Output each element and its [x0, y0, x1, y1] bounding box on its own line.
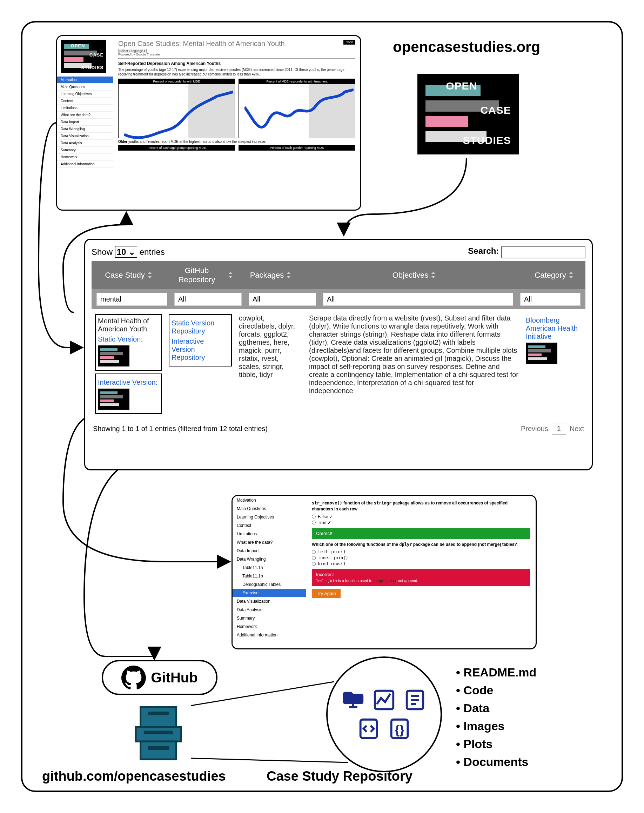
- svg-rect-0: [141, 707, 176, 727]
- filter-row: [92, 289, 586, 309]
- quiz-nav-item[interactable]: Additional Information: [233, 631, 306, 639]
- preview-nav-item[interactable]: Learning Objectives: [57, 91, 113, 98]
- quiz-nav-item[interactable]: Data Import: [233, 546, 306, 555]
- repo-label: Case Study Repository: [266, 769, 413, 784]
- quiz-nav-item[interactable]: Table11.1a: [233, 563, 306, 572]
- repo-item: Code: [456, 681, 536, 699]
- repo-item: Images: [456, 717, 536, 735]
- quiz-sidebar: MotivationMain QuestionsLearning Objecti…: [233, 496, 306, 648]
- chart-file-icon: [372, 688, 396, 712]
- svg-rect-3: [144, 731, 173, 734]
- incorrect-banner: Incorrect left_join is a function used t…: [312, 569, 530, 586]
- entries-control: Show 10 ⌄ entries: [92, 247, 165, 257]
- quiz-option[interactable]: inner_join(): [312, 555, 530, 560]
- repo-item: README.md: [456, 663, 536, 681]
- preview-nav-item[interactable]: Homework: [57, 154, 113, 161]
- quiz-option[interactable]: True ✗: [312, 520, 530, 525]
- quiz-option[interactable]: bind_rows(): [312, 561, 530, 566]
- col-objectives[interactable]: Objectives: [306, 261, 522, 289]
- github-icon: [121, 665, 146, 690]
- filter-category[interactable]: [520, 293, 581, 306]
- quiz-nav-item[interactable]: Context: [233, 521, 306, 530]
- file-cabinet-icon: [130, 702, 190, 762]
- quiz-nav-item[interactable]: Data Visualization: [233, 597, 306, 606]
- case-study-table-panel: Show 10 ⌄ entries Search: Case Study Git…: [84, 239, 593, 470]
- preview-nav-item[interactable]: Motivation: [57, 77, 113, 84]
- preview-nav-item[interactable]: Data Visualization: [57, 133, 113, 140]
- preview-nav-item[interactable]: Summary: [57, 147, 113, 154]
- quiz-option[interactable]: False ✓: [312, 514, 530, 519]
- col-packages[interactable]: Packages: [236, 261, 306, 289]
- repo-item: Plots: [456, 735, 536, 753]
- repo-contents-list: README.mdCodeDataImagesPlotsDocuments: [456, 663, 536, 771]
- quiz-nav-item[interactable]: What are the data?: [233, 538, 306, 546]
- page-title: Open Case Studies: Mental Health of Amer…: [118, 40, 355, 48]
- prev-button[interactable]: Previous: [521, 425, 548, 433]
- github-badge: GitHub: [102, 660, 217, 695]
- page-number[interactable]: 1: [552, 423, 566, 434]
- quiz-question-1: str_remove() function of the stringr pac…: [312, 500, 530, 512]
- braces-file-icon: {}: [387, 716, 412, 741]
- search-input[interactable]: [501, 247, 586, 258]
- packages-cell: cowplot, directlabels, dplyr, forcats, g…: [236, 311, 306, 419]
- ocs-logo-thumb[interactable]: [98, 345, 129, 367]
- radio-icon: [312, 521, 316, 525]
- interactive-repo-link[interactable]: Interactive Version Repository: [171, 337, 229, 362]
- quiz-question-2: Which one of the following functions of …: [312, 541, 530, 548]
- preview-nav-item[interactable]: Context: [57, 98, 113, 104]
- preview-nav-item[interactable]: What are the data?: [57, 112, 113, 119]
- entries-select[interactable]: 10 ⌄: [115, 246, 137, 258]
- quiz-nav-item[interactable]: Demographic Tables: [233, 580, 306, 589]
- code-file-icon: [356, 716, 381, 741]
- quiz-nav-item[interactable]: Data Wrangling: [233, 555, 306, 563]
- section-heading: Self-Reported Depression Among American …: [118, 61, 355, 66]
- quiz-nav-item[interactable]: Exercise: [233, 589, 306, 597]
- filter-packages[interactable]: [249, 293, 316, 306]
- quiz-nav-item[interactable]: Data Analysis: [233, 606, 306, 614]
- col-case-study[interactable]: Case Study: [92, 261, 165, 289]
- radio-icon: [312, 562, 316, 566]
- radio-icon: [312, 515, 316, 518]
- interactive-version-cell: Interactive Version:: [95, 373, 162, 414]
- quiz-nav-item[interactable]: Homework: [233, 623, 306, 631]
- table-header: Case Study GitHub Repository Packages Ob…: [92, 261, 586, 289]
- quiz-nav-item[interactable]: Table11.1b: [233, 572, 306, 580]
- next-button[interactable]: Next: [570, 425, 584, 433]
- quiz-option[interactable]: left_join(): [312, 549, 530, 554]
- filter-github[interactable]: [174, 293, 242, 306]
- col-github[interactable]: GitHub Repository: [165, 261, 236, 289]
- quiz-nav-item[interactable]: Learning Objectives: [233, 513, 306, 521]
- static-repo-link[interactable]: Static Version Repository: [171, 319, 229, 335]
- preview-nav-item[interactable]: Main Questions: [57, 84, 113, 91]
- interactive-quiz-preview: MotivationMain QuestionsLearning Objecti…: [231, 495, 537, 649]
- website-url-heading: opencasestudies.org: [393, 38, 540, 55]
- table-info: Showing 1 to 1 of 1 entries (filtered fr…: [93, 425, 268, 433]
- preview-nav-item[interactable]: Data Wrangling: [57, 126, 113, 133]
- filter-objectives[interactable]: [323, 293, 513, 306]
- try-again-button[interactable]: Try Again: [312, 589, 341, 598]
- static-version-link[interactable]: Static Version:: [98, 335, 159, 343]
- quiz-nav-item[interactable]: Limitations: [233, 530, 306, 538]
- ocs-logo-thumb[interactable]: [98, 389, 129, 410]
- quiz-nav-item[interactable]: Motivation: [233, 496, 306, 505]
- preview-nav-item[interactable]: Data Import: [57, 119, 113, 126]
- preview-nav: MotivationMain QuestionsLearning Objecti…: [57, 77, 113, 168]
- preview-nav-item[interactable]: Additional Information: [57, 161, 113, 168]
- chart-treatment-percent: Percent of MDE respondents with treatmen…: [239, 79, 355, 138]
- quiz-nav-item[interactable]: Main Questions: [233, 505, 306, 513]
- svg-rect-4: [141, 741, 176, 759]
- chart-mde-percent: Percent of respondents with MDE: [118, 79, 235, 138]
- quiz-nav-item[interactable]: Summary: [233, 614, 306, 623]
- interactive-version-link[interactable]: Interactive Version:: [98, 379, 159, 387]
- ocs-logo-thumb: [526, 343, 557, 364]
- code-toggle-button[interactable]: Code: [343, 40, 355, 44]
- search-control: Search:: [468, 246, 586, 258]
- category-link[interactable]: Bloomberg American Health Initiative: [526, 316, 582, 341]
- preview-nav-item[interactable]: Limitations: [57, 104, 113, 112]
- ocs-logo-small: OPEN CASE STUDIES: [61, 40, 106, 73]
- radio-icon: [312, 556, 316, 560]
- col-category[interactable]: Category: [522, 261, 586, 289]
- preview-nav-item[interactable]: Data Analysis: [57, 140, 113, 147]
- filter-case-study[interactable]: [96, 293, 167, 306]
- repo-item: Documents: [456, 753, 536, 771]
